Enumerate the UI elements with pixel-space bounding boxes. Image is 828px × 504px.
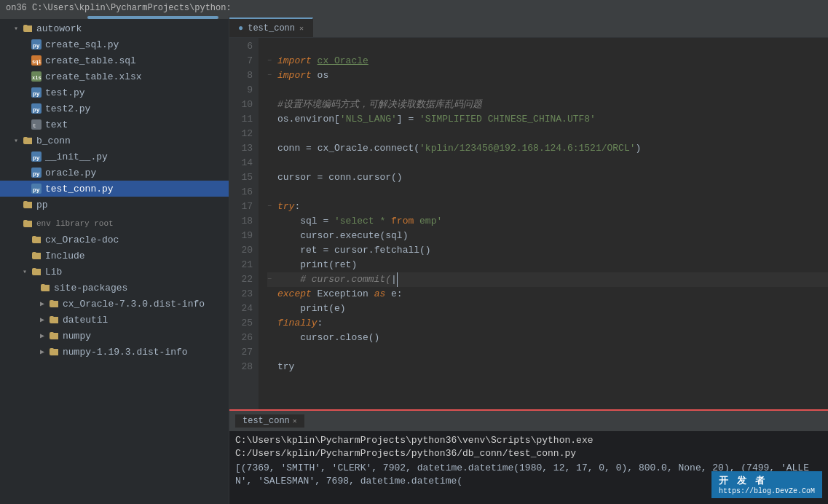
terminal-tab-close[interactable]: ✕	[293, 417, 297, 425]
code-token: emp'	[414, 214, 442, 229]
code-token: =	[318, 214, 334, 229]
fold-indicator[interactable]: −	[267, 200, 277, 214]
sidebar-label: create_table.xlsx	[45, 71, 142, 82]
sidebar-label: Lib	[45, 267, 62, 277]
sidebar-item-numpy_dist[interactable]: ▶numpy-1.19.3.dist-info	[0, 344, 229, 360]
sidebar-item-create_table_xlsx[interactable]: xlscreate_table.xlsx	[0, 68, 229, 84]
sidebar-item-include[interactable]: Include	[0, 248, 229, 264]
tab-test-conn[interactable]: ● test_conn ✕	[229, 17, 313, 37]
fold-indicator	[267, 345, 277, 360]
file-icon-py: py	[31, 151, 42, 162]
terminal-tabs: test_conn ✕	[229, 411, 828, 431]
sidebar-item-numpy[interactable]: ▶numpy	[0, 328, 229, 344]
sidebar-item-env_library_root[interactable]: env library root	[0, 216, 229, 232]
sidebar-item-create_sql[interactable]: pycreate_sql.py	[0, 36, 229, 52]
code-token: conn	[328, 170, 351, 185]
sidebar-item-__init__py[interactable]: py__init__.py	[0, 149, 229, 165]
sidebar-label: test.py	[45, 87, 85, 98]
file-icon-sql: sql	[31, 55, 42, 66]
code-line-6	[267, 39, 828, 54]
terminal-command: C:\Users\kplin\PycharmProjects\python36\…	[235, 434, 822, 460]
sidebar-item-create_table_sql[interactable]: sqlcreate_table.sql	[0, 52, 229, 68]
sidebar-item-lib[interactable]: ▾Lib	[0, 264, 229, 280]
sidebar-item-cx_oracle_dist[interactable]: ▶cx_Oracle-7.3.0.dist-info	[0, 296, 229, 312]
sidebar-label: cx_Oracle-doc	[45, 235, 119, 245]
terminal-tab-test-conn[interactable]: test_conn ✕	[235, 414, 304, 428]
fold-indicator	[267, 98, 277, 112]
sidebar-item-test_py[interactable]: pytest.py	[0, 84, 229, 101]
sidebar-item-autowork[interactable]: ▾autowork	[0, 20, 229, 36]
line-number: 14	[229, 156, 253, 170]
line-number: 9	[229, 83, 253, 98]
file-icon-folder	[31, 234, 42, 245]
file-icon-txt: t	[31, 119, 42, 130]
sidebar-label: test2.py	[45, 103, 90, 114]
arrow-icon: ▶	[38, 315, 47, 324]
line-number: 10	[229, 98, 253, 112]
code-token: print(e)	[277, 302, 346, 316]
sidebar-item-dateutil[interactable]: ▶dateutil	[0, 312, 229, 328]
code-line-20: ret = cursor.fetchall()	[267, 243, 828, 258]
title-bar: on36 C:\Users\kplin\PycharmProjects\pyth…	[0, 0, 828, 16]
code-token: .connect(	[368, 141, 419, 156]
tab-close-icon[interactable]: ✕	[299, 24, 304, 33]
file-icon-folder	[31, 250, 42, 261]
line-number: 13	[229, 141, 253, 156]
code-line-23: except Exception as e:	[267, 287, 828, 302]
code-token: cx_Oracle	[318, 141, 368, 156]
editor-tabs: ● test_conn ✕	[229, 16, 828, 38]
code-line-27	[267, 345, 828, 360]
main-area: ▾autoworkpycreate_sql.pysqlcreate_table.…	[0, 16, 828, 504]
code-line-21: print(ret)	[267, 258, 828, 272]
sidebar-item-text_file[interactable]: ttext	[0, 117, 229, 133]
code-token: finally	[277, 316, 318, 331]
code-token: :	[318, 316, 323, 331]
code-token: sql	[277, 214, 318, 229]
fold-indicator[interactable]: −	[267, 272, 277, 287]
file-icon-folder	[48, 314, 60, 326]
code-token: print(ret)	[277, 258, 357, 272]
line-number: 17	[229, 200, 253, 214]
sidebar-label: __init__.py	[45, 151, 108, 162]
line-number: 18	[229, 214, 253, 229]
code-line-14	[267, 156, 828, 170]
arrow-icon: ▶	[38, 299, 47, 308]
sidebar-item-site_packages[interactable]: site-packages	[0, 280, 229, 296]
fold-indicator	[267, 127, 277, 141]
code-token: .fetchall()	[368, 243, 431, 258]
line-number: 6	[229, 39, 253, 54]
code-line-17: −try:	[267, 200, 828, 214]
arrow-icon: ▶	[38, 347, 47, 356]
code-content[interactable]: −import cx_Oracle−import os #设置环境编码方式，可解…	[259, 38, 828, 409]
sidebar-item-b_conn[interactable]: ▾b_conn	[0, 133, 229, 149]
fold-indicator[interactable]: −	[267, 54, 277, 68]
fold-indicator	[267, 316, 277, 331]
svg-text:t: t	[33, 122, 36, 129]
file-icon-folder	[22, 199, 33, 210]
svg-text:xls: xls	[32, 75, 42, 81]
code-line-18: sql = 'select * from emp'	[267, 214, 828, 229]
sidebar-item-cx_oracle_doc[interactable]: cx_Oracle-doc	[0, 232, 229, 248]
sidebar-item-pp[interactable]: pp	[0, 197, 229, 213]
file-icon-py: py	[31, 39, 42, 50]
fold-indicator[interactable]: −	[267, 68, 277, 83]
sidebar-label: site-packages	[54, 283, 127, 294]
code-token: # cursor.commit(	[277, 272, 391, 287]
line-number: 22	[229, 272, 253, 287]
code-line-28: try	[267, 360, 828, 374]
code-token: =	[318, 243, 334, 258]
code-token: import	[277, 54, 318, 68]
code-line-8: −import os	[267, 68, 828, 83]
fold-indicator	[267, 112, 277, 127]
line-number: 24	[229, 302, 253, 316]
sidebar-item-oracle_py[interactable]: pyoracle.py	[0, 165, 229, 181]
sidebar-item-test2_py[interactable]: pytest2.py	[0, 101, 229, 117]
arrow-icon: ▾	[20, 267, 29, 276]
sidebar-item-test_conn_py[interactable]: pytest_conn.py	[0, 181, 229, 197]
arrow-icon: ▾	[12, 24, 20, 33]
line-number: 27	[229, 345, 253, 360]
line-numbers: 6789101112131415161718192021222324252627…	[229, 38, 259, 409]
sidebar-content[interactable]: ▾autoworkpycreate_sql.pysqlcreate_table.…	[0, 19, 229, 504]
code-token: 'SIMPLIFIED CHINESE_CHINA.UTF8'	[419, 112, 596, 127]
code-line-15: cursor = conn.cursor()	[267, 170, 828, 185]
